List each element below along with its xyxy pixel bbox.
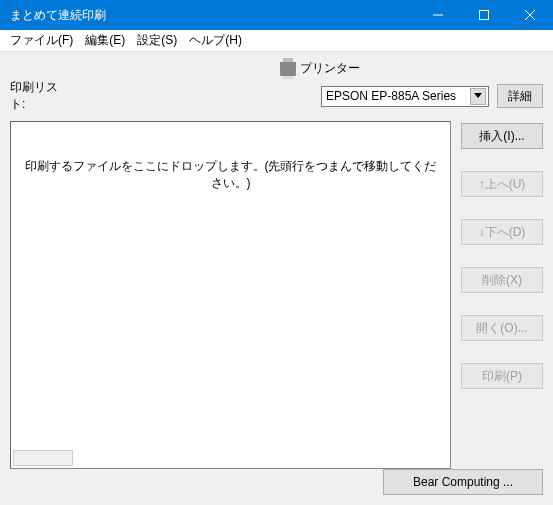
- delete-button[interactable]: 削除(X): [461, 267, 543, 293]
- main-row: 印刷するファイルをここにドロップします。(先頭行をつまんで移動してください。) …: [10, 121, 543, 469]
- menubar: ファイル(F) 編集(E) 設定(S) ヘルプ(H): [0, 30, 553, 52]
- minimize-icon: [433, 10, 443, 20]
- printer-label-row: プリンター: [10, 60, 543, 77]
- up-button[interactable]: ↑上へ(U): [461, 171, 543, 197]
- printer-label: プリンター: [300, 60, 360, 77]
- maximize-button[interactable]: [461, 0, 507, 30]
- printer-icon: [280, 62, 296, 76]
- titlebar: まとめて連続印刷: [0, 0, 553, 30]
- minimize-button[interactable]: [415, 0, 461, 30]
- print-button[interactable]: 印刷(P): [461, 363, 543, 389]
- close-button[interactable]: [507, 0, 553, 30]
- print-list-label: 印刷リスト:: [10, 79, 70, 113]
- footer-button[interactable]: Bear Computing ...: [383, 469, 543, 495]
- down-button[interactable]: ↓下へ(D): [461, 219, 543, 245]
- close-icon: [525, 10, 535, 20]
- svg-rect-1: [480, 11, 489, 20]
- svg-marker-4: [474, 93, 482, 98]
- controls-row: 印刷リスト: EPSON EP-885A Series 詳細: [10, 79, 543, 113]
- menu-file[interactable]: ファイル(F): [4, 30, 79, 51]
- printer-selected: EPSON EP-885A Series: [326, 89, 470, 103]
- menu-settings[interactable]: 設定(S): [131, 30, 183, 51]
- menu-help[interactable]: ヘルプ(H): [183, 30, 248, 51]
- maximize-icon: [479, 10, 489, 20]
- client-area: プリンター 印刷リスト: EPSON EP-885A Series 詳細 印刷す…: [0, 52, 553, 505]
- details-button[interactable]: 詳細: [497, 84, 543, 108]
- footer: Bear Computing ...: [383, 469, 543, 495]
- open-button[interactable]: 開く(O)...: [461, 315, 543, 341]
- window-title: まとめて連続印刷: [0, 7, 415, 24]
- horizontal-scrollbar[interactable]: [13, 450, 73, 466]
- chevron-down-icon: [474, 93, 482, 99]
- file-dropzone[interactable]: 印刷するファイルをここにドロップします。(先頭行をつまんで移動してください。): [10, 121, 451, 469]
- printer-combo[interactable]: EPSON EP-885A Series: [321, 86, 489, 107]
- side-buttons: 挿入(I)... ↑上へ(U) ↓下へ(D) 削除(X) 開く(O)... 印刷…: [461, 121, 543, 469]
- combo-dropdown-button[interactable]: [470, 88, 486, 105]
- dropzone-message: 印刷するファイルをここにドロップします。(先頭行をつまんで移動してください。): [11, 158, 450, 192]
- menu-edit[interactable]: 編集(E): [79, 30, 131, 51]
- insert-button[interactable]: 挿入(I)...: [461, 123, 543, 149]
